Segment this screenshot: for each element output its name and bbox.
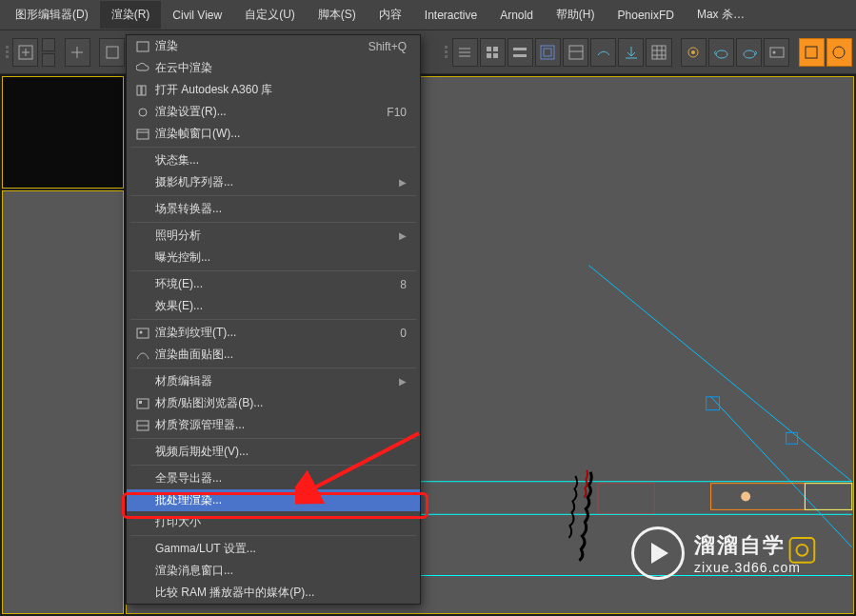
viewport-bottom-left[interactable] [2, 190, 124, 614]
texture-icon [134, 326, 151, 341]
tool-frame[interactable] [764, 38, 789, 67]
svg-point-36 [139, 109, 147, 116]
menu-item-batch-render[interactable]: 批处理渲染... [127, 489, 420, 511]
gear-icon [134, 105, 151, 120]
svg-rect-4 [487, 53, 491, 58]
menu-item-render-msg[interactable]: 渲染消息窗口... [127, 560, 420, 582]
menu-script[interactable]: 脚本(S) [307, 1, 368, 29]
tool-grid[interactable] [646, 38, 671, 67]
tool-list2[interactable] [480, 38, 506, 67]
tool-orange1[interactable] [799, 38, 825, 67]
menu-separator [130, 319, 416, 320]
menu-item-mat-explorer[interactable]: 材质资源管理器... [127, 414, 420, 436]
svg-point-30 [741, 492, 750, 502]
tool-a-subs [42, 38, 55, 67]
tool-down[interactable] [618, 38, 644, 67]
menu-content[interactable]: 内容 [368, 1, 413, 29]
menu-item-state-sets[interactable]: 状态集... [127, 149, 420, 171]
tool-list3[interactable] [508, 38, 533, 67]
svg-rect-28 [805, 484, 851, 510]
menu-separator [130, 438, 416, 439]
svg-point-13 [691, 50, 695, 54]
menu-item-frame-window[interactable]: 渲染帧窗口(W)... [127, 123, 420, 145]
tool-teapot1[interactable] [708, 38, 734, 67]
menu-civil-view[interactable]: Civil View [161, 3, 233, 28]
menu-interactive[interactable]: Interactive [413, 3, 488, 28]
render-icon [134, 39, 151, 54]
menu-item-camera-seq[interactable]: 摄影机序列器... ▶ [127, 171, 420, 193]
svg-rect-1 [107, 47, 118, 58]
menu-maxkill[interactable]: Max 杀… [686, 1, 756, 29]
menu-item-render-setup[interactable]: 渲染设置(R)... F10 [127, 101, 420, 123]
toolbar-grip-icon [4, 34, 10, 70]
viewport-top-left[interactable] [2, 76, 124, 189]
render-dropdown: 渲染 Shift+Q 在云中渲染 打开 Autodesk A360 库 渲染设置… [126, 34, 421, 605]
watermark-sub: zixue.3d66.com [694, 560, 801, 575]
menu-arnold[interactable]: Arnold [488, 3, 545, 28]
tool-orange2[interactable] [826, 38, 852, 67]
menu-item-render[interactable]: 渲染 Shift+Q [127, 35, 420, 57]
menu-customize[interactable]: 自定义(U) [233, 1, 307, 29]
tool-c[interactable] [99, 38, 125, 67]
svg-rect-11 [652, 46, 666, 59]
browser-icon [134, 396, 151, 411]
svg-rect-2 [487, 47, 491, 51]
tool-e[interactable] [563, 38, 588, 67]
svg-rect-3 [493, 47, 498, 51]
menu-item-environment[interactable]: 环境(E)... 8 [127, 273, 420, 295]
svg-rect-18 [806, 47, 817, 58]
menu-separator [130, 465, 416, 466]
svg-rect-10 [569, 46, 583, 59]
watermark: 溜溜自学 zixue.3d66.com [631, 527, 801, 580]
menu-phoenixfd[interactable]: PhoenixFD [607, 3, 686, 28]
svg-rect-9 [544, 49, 551, 56]
tool-a-sub1[interactable] [42, 38, 55, 51]
svg-rect-7 [513, 54, 527, 57]
svg-rect-33 [137, 42, 149, 51]
tool-d[interactable] [535, 38, 561, 67]
resource-icon [134, 418, 151, 433]
menu-item-video-post[interactable]: 视频后期处理(V)... [127, 441, 420, 463]
svg-rect-5 [493, 53, 498, 58]
menu-item-panorama-export[interactable]: 全景导出器... [127, 467, 420, 489]
tool-f[interactable] [590, 38, 616, 67]
svg-rect-29 [598, 484, 654, 514]
menu-graph-editor[interactable]: 图形编辑器(D) [4, 1, 100, 29]
tool-gear[interactable] [681, 38, 707, 67]
menu-item-render-to-texture[interactable]: 渲染到纹理(T)... 0 [127, 322, 420, 344]
tool-a[interactable] [12, 38, 38, 67]
menu-item-a360[interactable]: 打开 Autodesk A360 库 [127, 79, 420, 101]
menu-separator [130, 535, 416, 536]
tool-b[interactable] [65, 38, 90, 67]
submenu-arrow-icon: ▶ [399, 177, 407, 188]
menu-render[interactable]: 渲染(R) [100, 1, 162, 29]
tool-list1[interactable] [452, 38, 478, 67]
svg-line-24 [711, 397, 852, 547]
menu-item-scene-convert[interactable]: 场景转换器... [127, 198, 420, 220]
menu-separator [130, 368, 416, 368]
menu-item-lighting-analysis[interactable]: 照明分析 ▶ [127, 225, 420, 247]
menu-item-exposure[interactable]: 曝光控制... [127, 247, 420, 268]
submenu-arrow-icon: ▶ [399, 230, 407, 241]
menu-item-compare-ram[interactable]: 比较 RAM 播放器中的媒体(P)... [127, 582, 420, 604]
menu-item-gamma-lut[interactable]: Gamma/LUT 设置... [127, 538, 420, 560]
svg-rect-41 [137, 399, 149, 408]
submenu-arrow-icon: ▶ [399, 376, 407, 387]
menu-item-mat-browser[interactable]: 材质/贴图浏览器(B)... [127, 392, 420, 414]
menu-help[interactable]: 帮助(H) [545, 1, 607, 29]
menu-item-cloud-render[interactable]: 在云中渲染 [127, 57, 420, 79]
menu-item-effects[interactable]: 效果(E)... [127, 295, 420, 317]
menu-separator [130, 222, 416, 223]
svg-rect-26 [786, 432, 798, 444]
surface-icon [134, 348, 151, 363]
svg-rect-35 [142, 86, 146, 95]
library-icon [134, 83, 151, 98]
menu-item-render-surface[interactable]: 渲染曲面贴图... [127, 344, 420, 366]
menu-item-print-size[interactable]: 打印大小 [127, 511, 420, 533]
menu-item-material-editor[interactable]: 材质编辑器 ▶ [127, 370, 420, 392]
tool-teapot2[interactable] [736, 38, 762, 67]
window-icon [134, 127, 151, 142]
menu-shortcut: Shift+Q [368, 40, 407, 53]
tool-a-sub2[interactable] [42, 53, 55, 67]
cloud-icon [134, 61, 151, 76]
